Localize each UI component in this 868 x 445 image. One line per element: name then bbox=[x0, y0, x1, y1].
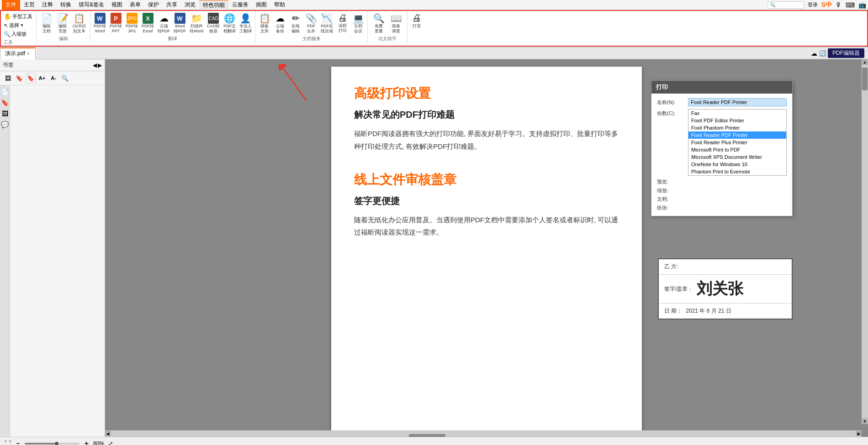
sidebar-annot-icon[interactable]: 🖼 bbox=[2, 110, 8, 117]
convert-group-label: 翻译 bbox=[168, 36, 177, 42]
paper-assistant-label: 论文助手 bbox=[378, 36, 397, 42]
scan-to-word-btn[interactable]: 📁 扫描件转Word bbox=[188, 12, 205, 35]
sidebar-nav-next[interactable]: ▶ bbox=[98, 62, 102, 68]
pdf-editor-btn[interactable]: PDF编辑器 bbox=[828, 48, 864, 58]
pro-translate-btn[interactable]: 👤 专业人工翻译 bbox=[238, 12, 253, 35]
doc-meeting-btn[interactable]: 💻 文档会议 bbox=[351, 12, 365, 35]
search-bookmark-btn[interactable]: 🔍 bbox=[60, 73, 70, 83]
cloud-sync-icon: ☁ bbox=[811, 50, 817, 57]
pdf-to-word-btn[interactable]: W PDF转Word bbox=[92, 12, 107, 35]
pdf-to-excel-btn[interactable]: X PDF转Excel bbox=[140, 12, 155, 35]
login-button[interactable]: 登录 bbox=[808, 1, 818, 8]
bookmark-add-btn[interactable]: 🔖 bbox=[14, 73, 24, 83]
bookmark-minus-btn[interactable]: A+ bbox=[37, 73, 47, 83]
red-arrow bbox=[279, 64, 315, 106]
menu-convert[interactable]: 转换 bbox=[57, 0, 75, 10]
h-scrollbar[interactable]: ◀ ▶ bbox=[105, 430, 862, 437]
paper-label: 纸张: bbox=[657, 204, 684, 211]
menu-table[interactable]: 表单 bbox=[126, 0, 144, 10]
cad-converter-btn[interactable]: CAD CAD转换器 bbox=[206, 12, 221, 35]
print-name-value[interactable]: Foxit Reader PDF Printer bbox=[688, 98, 787, 106]
sidebar-bookmark-icon[interactable]: 🔖 bbox=[1, 99, 9, 106]
zoom-slider[interactable] bbox=[25, 443, 79, 445]
printer-foxit-editor[interactable]: Foxit PDF Editor Printer bbox=[688, 117, 786, 124]
edit-group-label: 编辑 bbox=[59, 36, 68, 42]
pdf-translate-btn[interactable]: 🌐 PDF文档翻译 bbox=[222, 12, 237, 35]
keyboard-icon[interactable]: ⌨ bbox=[846, 1, 855, 9]
menu-home[interactable]: 主页 bbox=[20, 0, 38, 10]
doc-value bbox=[688, 196, 787, 203]
printer-foxit-plus[interactable]: Foxit Reader Plus Printer bbox=[688, 139, 786, 146]
menu-view[interactable]: 视图 bbox=[108, 0, 126, 10]
cloud-to-pdf-btn[interactable]: ☁ 云端转PDF bbox=[156, 12, 171, 35]
printer-fax[interactable]: Fax bbox=[688, 110, 786, 117]
menu-special[interactable]: 特色功能 bbox=[199, 0, 228, 10]
sidebar-nav-prev[interactable]: ◀ bbox=[93, 62, 97, 68]
section2-body: 随着无纸化办公应用普及。当遇到使用PDF文档中需要添加个人签名或者标识时, 可以… bbox=[354, 214, 619, 239]
sidebar-comment-icon[interactable]: 💬 bbox=[1, 121, 9, 128]
sync-icon: 🔄 bbox=[819, 50, 826, 57]
menu-share[interactable]: 共享 bbox=[163, 0, 181, 10]
edit-doc-btn[interactable]: 📄 编辑文档 bbox=[39, 12, 54, 35]
online-edit-btn[interactable]: ✏ 在线编辑 bbox=[288, 12, 303, 35]
cloud-backup-btn[interactable]: ☁ 云端备份 bbox=[273, 12, 287, 35]
zoom-minus-btn[interactable]: － bbox=[15, 440, 21, 445]
section2-heading: 签字更便捷 bbox=[354, 195, 619, 207]
printer-foxit-phantom[interactable]: Foxit Phantom Printer bbox=[688, 124, 786, 131]
section1-heading: 解决常见的PDF打印难题 bbox=[354, 109, 619, 121]
mic-icon[interactable]: 🎙 bbox=[836, 1, 842, 9]
menu-cloud[interactable]: 云服务 bbox=[228, 0, 252, 10]
pdf-tab[interactable]: 演示.pdf × bbox=[0, 47, 36, 59]
print-wide-btn[interactable]: 🖨 打宽 bbox=[410, 12, 423, 30]
printer-foxit-reader[interactable]: Foxit Reader PDF Printer bbox=[688, 131, 786, 139]
signature-name: 刘关张 bbox=[697, 278, 743, 299]
expand-icon[interactable]: ⤢ bbox=[108, 440, 113, 445]
zoom-value-label: 80% bbox=[93, 440, 104, 445]
screen-icon[interactable]: 📺 bbox=[858, 1, 866, 9]
doc-label: 文档: bbox=[657, 196, 684, 203]
menu-annotate[interactable]: 注释 bbox=[38, 0, 57, 10]
printer-ms-xps[interactable]: Microsoft XPS Document Writer bbox=[688, 153, 786, 161]
menu-browse[interactable]: 浏览 bbox=[181, 0, 199, 10]
sidebar-page-icon[interactable]: 📄 bbox=[1, 88, 9, 95]
doc-services-label: 文档服务 bbox=[302, 36, 321, 42]
select-tool-btn[interactable]: ↖ 选择 ▼ bbox=[2, 21, 26, 30]
bookmark-add2-btn[interactable]: 🔖 bbox=[26, 73, 36, 83]
pdf-to-ppt-btn[interactable]: P PDF转PPT bbox=[108, 12, 123, 35]
bookmark-img-btn[interactable]: 🖼 bbox=[3, 73, 13, 83]
printer-ms-pdf[interactable]: Microsoft Print to PDF bbox=[688, 146, 786, 153]
pdf-to-jpg-btn[interactable]: JPG PDF转JPG bbox=[124, 12, 139, 35]
menu-form[interactable]: 填写&签名 bbox=[75, 0, 108, 10]
menu-protect[interactable]: 保护 bbox=[144, 0, 163, 10]
section1-body: 福昕PDF阅读器拥有强大的打印功能, 界面友好易于学习。支持虚拟打印、批量打印等… bbox=[354, 127, 619, 153]
printer-evernote[interactable]: Phantom Print to Evernote bbox=[688, 168, 786, 175]
hand-tool-btn[interactable]: ✋ 手型工具 bbox=[2, 12, 34, 21]
fit-icon[interactable]: ⛶ bbox=[5, 440, 11, 445]
pdf-compress-btn[interactable]: 📉 PDF在线压缩 bbox=[319, 12, 334, 35]
preview-value bbox=[688, 178, 787, 185]
zoom-tool-btn[interactable]: 🔍 入缩放 bbox=[2, 30, 28, 38]
section2-title: 线上文件审核盖章 bbox=[354, 171, 619, 188]
menu-plugin[interactable]: 插图 bbox=[252, 0, 270, 10]
zoom-label: 缩放: bbox=[657, 187, 684, 194]
content-scrollbar[interactable]: ▲ ▼ bbox=[862, 59, 868, 424]
template-btn[interactable]: 📋 模板文库 bbox=[257, 12, 272, 35]
zoom-plus-btn[interactable]: ＋ bbox=[83, 440, 90, 445]
word-to-pdf-btn[interactable]: W Word转PDF bbox=[172, 12, 187, 35]
free-check-btn[interactable]: 🔍 免费查重 bbox=[370, 12, 387, 35]
preview-label: 预览: bbox=[657, 178, 684, 185]
paper-value bbox=[688, 204, 787, 211]
search-icon: 🔍 bbox=[770, 2, 775, 7]
tab-close-btn[interactable]: × bbox=[27, 51, 30, 56]
menu-file[interactable]: 文件 bbox=[2, 0, 20, 10]
pdf-merge-btn[interactable]: 📎 PDF合并 bbox=[304, 12, 318, 35]
survey-btn[interactable]: 📖 阅卷调查 bbox=[388, 12, 404, 35]
menu-help[interactable]: 帮助 bbox=[270, 0, 289, 10]
edit-page-btn[interactable]: 📝 编辑页面 bbox=[55, 12, 70, 35]
remote-print-btn[interactable]: 🖨 远程打印 bbox=[335, 12, 350, 35]
ocr-btn[interactable]: 📋 OCR识别文本 bbox=[71, 12, 87, 35]
logo-icon: S中 bbox=[821, 1, 832, 9]
font-size-btn[interactable]: A- bbox=[48, 73, 58, 83]
print-dialog-title: 打印 bbox=[651, 81, 792, 94]
printer-onenote[interactable]: OneNote for Windows 10 bbox=[688, 161, 786, 168]
